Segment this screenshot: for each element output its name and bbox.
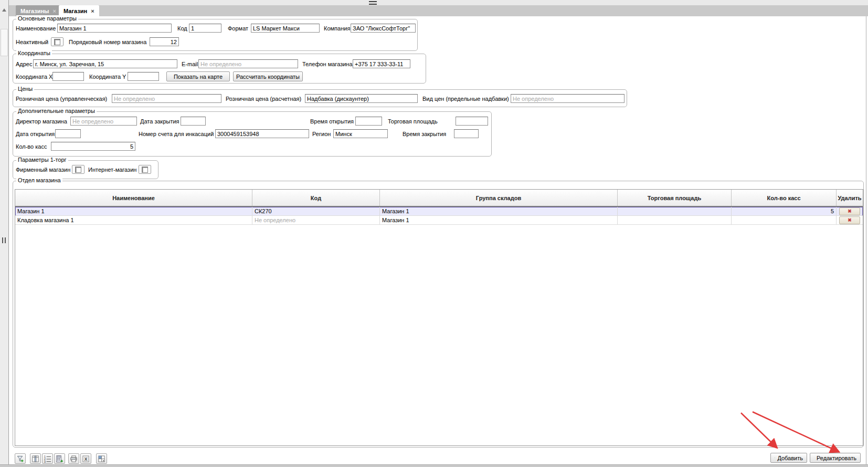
coordinate-x-input[interactable] bbox=[52, 72, 84, 81]
open-date-input[interactable] bbox=[55, 129, 81, 138]
top-splitter[interactable] bbox=[9, 0, 868, 5]
phone-input[interactable] bbox=[353, 59, 410, 68]
department-table: Наименование Код Группа складов Торговая… bbox=[15, 189, 863, 446]
column-header-delete[interactable]: Удалить bbox=[837, 190, 863, 206]
calculator-add-icon bbox=[56, 455, 63, 463]
splitter-grip-icon[interactable] bbox=[2, 237, 6, 243]
label-coordinate-x: Координата X bbox=[16, 72, 52, 81]
cell-trade-area[interactable] bbox=[618, 216, 732, 225]
close-date-input[interactable] bbox=[181, 117, 206, 126]
group-prices-legend: Цены bbox=[16, 86, 34, 92]
table-row[interactable]: Кладовка магазина 1 Не определено Магази… bbox=[15, 216, 863, 225]
splitter-handle-icon[interactable] bbox=[369, 1, 377, 5]
label-company: Компания bbox=[324, 24, 350, 33]
print-button[interactable] bbox=[68, 453, 79, 464]
column-chooser-button[interactable] bbox=[30, 453, 41, 464]
column-header-cash-count[interactable]: Кол-во касс bbox=[732, 190, 837, 206]
label-close-date: Дата закрытия bbox=[140, 117, 179, 126]
brand-store-checkbox[interactable] bbox=[72, 165, 84, 174]
director-input[interactable] bbox=[70, 117, 137, 126]
open-time-input[interactable] bbox=[355, 117, 382, 126]
code-input[interactable] bbox=[189, 24, 221, 33]
cell-cash-count[interactable] bbox=[732, 216, 837, 225]
cell-name[interactable]: Кладовка магазина 1 bbox=[15, 216, 252, 225]
trade-area-input[interactable] bbox=[456, 117, 488, 126]
add-button[interactable]: Добавить bbox=[770, 453, 807, 463]
coordinate-y-input[interactable] bbox=[128, 72, 159, 81]
column-chooser-icon bbox=[31, 455, 39, 463]
cell-warehouse-group[interactable]: Магазин 1 bbox=[380, 207, 618, 216]
delete-row-button[interactable]: ✖ bbox=[839, 216, 860, 224]
tab-bar: Магазины × Магазин × bbox=[9, 5, 868, 16]
label-retail-price-calc: Розничная цена (расчетная) bbox=[226, 94, 301, 103]
cell-cash-count[interactable]: 5 bbox=[732, 207, 837, 216]
left-scrollbar[interactable] bbox=[0, 0, 9, 467]
filter-add-button[interactable] bbox=[15, 453, 26, 464]
label-price-kind: Вид цен (предельные надбавки) bbox=[422, 94, 509, 103]
group-coordinates-legend: Координаты bbox=[16, 50, 52, 56]
filter-add-icon bbox=[16, 455, 24, 463]
cell-trade-area[interactable] bbox=[618, 207, 732, 216]
cell-code[interactable]: Не определено bbox=[252, 216, 380, 225]
cell-name[interactable]: Магазин 1 bbox=[15, 207, 252, 216]
pencil-icon bbox=[814, 455, 814, 461]
internet-store-checkbox[interactable] bbox=[139, 165, 151, 174]
calculator-add-button[interactable] bbox=[54, 453, 65, 464]
label-code: Код bbox=[177, 24, 187, 33]
table-row[interactable]: Магазин 1 СК270 Магазин 1 5 ✖ bbox=[15, 207, 863, 216]
show-on-map-button[interactable]: Показать на карте bbox=[166, 71, 230, 81]
tab-shop[interactable]: Магазин × bbox=[59, 5, 99, 16]
svg-text:X: X bbox=[84, 456, 88, 461]
column-header-trade-area[interactable]: Торговая площадь bbox=[618, 190, 732, 206]
label-address: Адрес bbox=[16, 59, 33, 69]
address-input[interactable] bbox=[33, 59, 177, 68]
format-input[interactable] bbox=[251, 24, 320, 33]
column-header-code[interactable]: Код bbox=[252, 190, 380, 206]
company-input[interactable] bbox=[351, 24, 416, 33]
retail-price-mgmt-input[interactable] bbox=[112, 94, 221, 103]
label-open-date: Дата открытия bbox=[16, 129, 55, 139]
label-trade-area: Торговая площадь bbox=[388, 117, 438, 126]
scroll-up-icon[interactable] bbox=[2, 8, 6, 12]
numbered-list-button[interactable]: 123 bbox=[42, 453, 53, 464]
grid-layout-icon bbox=[98, 455, 105, 463]
region-input[interactable] bbox=[333, 129, 388, 138]
tab-shops[interactable]: Магазины × bbox=[16, 5, 61, 16]
excel-export-button[interactable]: X bbox=[80, 453, 91, 464]
close-time-input[interactable] bbox=[454, 129, 479, 138]
edit-button[interactable]: Редактировать bbox=[810, 453, 861, 463]
table-header: Наименование Код Группа складов Торговая… bbox=[15, 190, 863, 207]
grid-layout-button[interactable] bbox=[96, 453, 107, 464]
cell-code[interactable]: СК270 bbox=[252, 207, 380, 216]
inactive-checkbox[interactable] bbox=[51, 37, 63, 46]
order-number-input[interactable] bbox=[150, 37, 179, 46]
retail-price-calc-input[interactable] bbox=[305, 94, 418, 103]
label-order-number: Порядковый номер магазина bbox=[69, 37, 146, 47]
delete-icon: ✖ bbox=[848, 218, 852, 223]
email-input[interactable] bbox=[198, 59, 298, 68]
tab-shop-label: Магазин bbox=[63, 8, 87, 14]
label-region: Регион bbox=[312, 129, 331, 139]
label-director: Директор магазина bbox=[16, 117, 67, 126]
close-icon[interactable]: × bbox=[91, 8, 94, 14]
label-retail-price-mgmt: Розничная цена (управленческая) bbox=[16, 94, 107, 103]
label-cash-count: Кол-во касс bbox=[16, 142, 47, 151]
name-input[interactable] bbox=[57, 24, 172, 33]
delete-row-button[interactable]: ✖ bbox=[839, 207, 860, 215]
account-input[interactable] bbox=[215, 129, 309, 138]
label-brand-store: Фирменный магазин bbox=[16, 165, 70, 174]
checkbox-box bbox=[75, 167, 81, 173]
app-window: { "tabs": [ {"label": "Магазины"}, {"lab… bbox=[0, 0, 868, 467]
column-header-name[interactable]: Наименование bbox=[15, 190, 252, 206]
label-phone: Телефон магазина bbox=[302, 59, 353, 69]
delete-icon: ✖ bbox=[848, 209, 852, 214]
calc-coordinates-button[interactable]: Рассчитать координаты bbox=[233, 71, 303, 81]
label-close-time: Время закрытия bbox=[403, 129, 446, 139]
close-icon[interactable]: × bbox=[53, 8, 56, 14]
cell-delete: ✖ bbox=[837, 207, 863, 216]
column-header-warehouse-group[interactable]: Группа складов bbox=[380, 190, 618, 206]
cell-warehouse-group[interactable]: Магазин 1 bbox=[380, 216, 618, 225]
cash-count-input[interactable] bbox=[51, 142, 135, 151]
scrollbar-thumb[interactable] bbox=[1, 29, 8, 56]
price-kind-input[interactable] bbox=[511, 94, 624, 103]
